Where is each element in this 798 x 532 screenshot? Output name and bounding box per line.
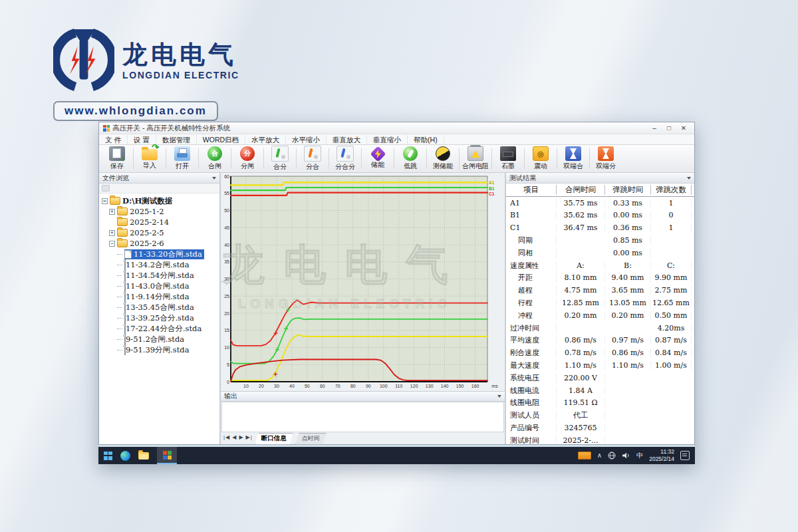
tree-expander-icon[interactable]: − [102,198,108,204]
table-row: 刚合速度0.78 m/s0.86 m/s0.84 m/s [506,346,694,359]
chevron-down-icon[interactable] [212,177,216,180]
svg-text:20: 20 [259,384,264,388]
speaker-icon[interactable] [622,452,630,460]
tree-item-content: 11-34.2合闸.stda [124,260,190,270]
close-op-icon: 合 [207,146,222,161]
tree-item[interactable]: +2025-1-2 [109,206,219,217]
toolbar-button-close-op[interactable]: 合合闸 [200,145,230,172]
tree-item[interactable]: 17-22.44分合分.stda [117,323,219,334]
tree-item-content: 17-22.44分合分.stda [124,324,201,334]
tree-expander-icon[interactable]: − [109,241,115,247]
toolbar-button-graphite[interactable]: 石墨 [493,145,523,172]
tree-item[interactable]: 2025-2-14 [109,217,219,227]
menu-item[interactable]: WORD归档 [197,135,245,144]
toolbar-separator [459,148,460,169]
folder-icon [110,197,120,205]
notification-center-icon[interactable] [680,451,690,460]
results-cell: 0.00 ms [605,249,651,257]
toolbar-separator [524,148,525,169]
menu-item[interactable]: 数据管理 [156,135,197,144]
tab-nav-arrow[interactable]: ▶ [239,433,243,440]
toolbar-button-import[interactable]: 导入 [134,145,165,172]
toolbar-button-label: 双端分 [596,162,616,171]
table-row: 速度属性A:B:C: [506,259,694,272]
toolbar-button-oc[interactable]: 分合 [297,145,328,172]
edge-browser-icon[interactable] [120,451,130,461]
menu-item[interactable]: 水平放大 [245,135,286,144]
app-icon [103,125,110,132]
tree-item[interactable]: 13-39.25合分.stda [117,313,219,323]
ime-indicator[interactable]: 中 [636,451,643,460]
close-button[interactable]: ✕ [677,124,690,132]
start-button[interactable] [104,452,112,460]
menu-item[interactable]: 水平缩小 [286,135,327,144]
tree-item[interactable]: 9-51.2合闸.stda [117,334,219,344]
results-row-label: 产品编号 [506,423,557,433]
tree-item[interactable]: −2025-2-6 [109,238,219,249]
tab-active[interactable]: 断口信息 [255,433,293,445]
toolbar-button-measure-energy[interactable]: 测储能 [428,145,458,172]
file-panel-title: 文件浏览 [102,174,129,183]
toolbar-button-energy[interactable]: 储能 [362,145,393,172]
tray-app-icon[interactable] [578,452,591,460]
file-explorer-icon[interactable] [138,452,149,460]
results-cell: 9.40 mm [605,273,651,282]
menu-item[interactable]: 垂直缩小 [367,135,408,144]
tree-expander-icon[interactable]: + [109,230,115,236]
toolbar-button-coc[interactable]: 分合分 [330,145,360,172]
toolbar-separator [491,148,492,169]
tab-nav-arrow[interactable]: ▶| [246,433,253,440]
svg-text:55: 55 [224,191,229,196]
tree-item[interactable]: 11-34.54分闸.stda [117,270,219,281]
tree-item[interactable]: 11-33.20合闸.stda [117,249,219,259]
toolbar-button-vibration[interactable]: 震动 [525,145,556,172]
system-clock[interactable]: 11:32 2025/2/14 [649,448,674,462]
toolbar-button-lowtrip[interactable]: 低跳 [395,145,426,172]
tray-expand-icon[interactable]: ∧ [597,452,602,459]
toolbar-button-open-op[interactable]: 分分闸 [232,145,263,172]
tree-item[interactable]: 11-34.2合闸.stda [117,259,219,270]
tree-root[interactable]: −D:\H测试数据 [102,196,219,206]
minimize-button[interactable]: – [648,124,661,132]
tree-item[interactable]: 11-9.14分闸.stda [117,291,219,302]
menu-item[interactable]: 垂直放大 [327,135,367,144]
svg-text:80: 80 [350,384,356,388]
results-cell: 36.47 ms [557,223,605,232]
taskbar-active-app[interactable] [157,447,177,464]
tab-inactive[interactable]: 点时间 [295,433,327,445]
toolbar-button-resistor[interactable]: 合闸电阻 [460,145,491,172]
menu-item[interactable]: 帮助(H) [408,135,444,144]
results-header-cell: 弹跳时间 [605,185,651,195]
results-cell: C: [651,261,692,270]
tree-item-label: 13-35.45合闸.stda [126,303,194,312]
menu-item[interactable]: 文 件 [99,135,128,144]
svg-text:60: 60 [224,174,229,179]
tree-item[interactable]: +2025-2-5 [109,227,219,238]
toolbar-button-save[interactable]: 保存 [102,145,132,172]
results-cell: 12.85 mm [557,299,605,307]
tree-item-label: 2025-2-14 [130,217,169,227]
brand-name-cn: 龙电电气 [122,42,239,68]
results-row-label: A1 [506,199,557,207]
output-panel: 输出 [221,391,505,432]
toolbar-button-dual-close[interactable]: 双端合 [558,145,589,172]
toolbar-button-dual-open[interactable]: 双端分 [591,145,621,172]
toolbar-button-label: 合分 [273,162,287,172]
toolbar-button-open[interactable]: 打开 [167,145,198,172]
tree-item[interactable]: 11-43.0合闸.stda [117,281,219,291]
tree-expander-icon[interactable]: + [109,209,115,215]
results-row-label: 过冲时间 [506,323,557,333]
maximize-button[interactable]: □ [662,124,676,132]
svg-text:150: 150 [456,384,464,388]
network-globe-icon[interactable] [608,452,616,460]
app-icon [163,451,172,460]
table-row: 开距8.10 mm9.40 mm9.90 mm [506,272,694,285]
table-row: C136.47 ms0.36 ms1 [506,221,694,234]
tab-nav-arrow[interactable]: |◀ [223,433,230,440]
tree-item[interactable]: 9-51.39分闸.stda [117,344,219,355]
chevron-down-icon[interactable] [687,177,691,180]
chevron-down-icon[interactable] [497,395,501,398]
tab-nav-arrow[interactable]: ◀ [232,433,237,440]
tree-item[interactable]: 13-35.45合闸.stda [117,302,219,313]
toolbar-button-co[interactable]: 合分 [265,145,295,172]
